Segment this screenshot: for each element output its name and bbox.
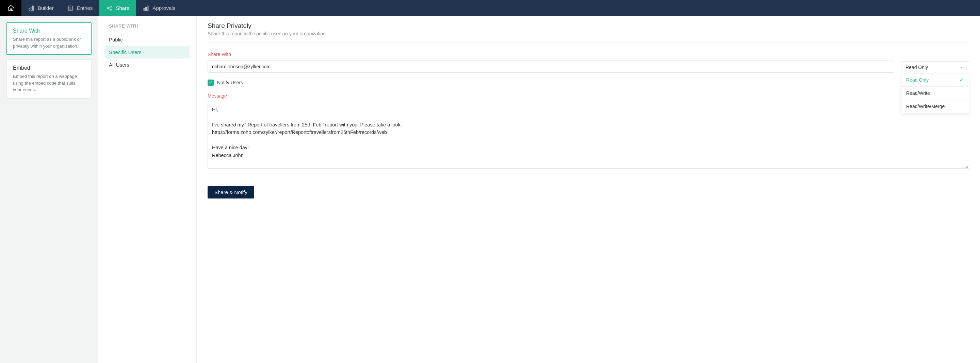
nav-tabs: Builder Entries Share Approvals [21, 0, 182, 16]
home-button[interactable] [0, 0, 21, 16]
share-with-input[interactable] [208, 60, 894, 73]
permission-select[interactable]: Read Only [901, 61, 969, 73]
home-icon [7, 5, 14, 12]
page-title: Share Privately [208, 22, 969, 30]
main-content: Share Privately Share this report with s… [197, 16, 980, 363]
entries-icon [67, 5, 73, 11]
tab-approvals[interactable]: Approvals [136, 0, 182, 16]
divider [208, 181, 969, 181]
permission-dropdown: Read Only Read/Write Read/Write/Merge [901, 73, 969, 113]
share-with-menu: SHARE WITH Public Specific Users All Use… [98, 16, 197, 363]
share-notify-button[interactable]: Share & Notify [208, 186, 254, 198]
approvals-icon [143, 5, 149, 11]
notify-users-checkbox[interactable] [208, 79, 214, 86]
card-embed-title: Embed [13, 65, 85, 71]
menu-all-users[interactable]: All Users [105, 59, 189, 71]
permission-selected-label: Read Only [905, 65, 928, 70]
message-textarea[interactable] [208, 102, 969, 169]
card-embed[interactable]: Embed Embed this report on a webpage usi… [6, 59, 92, 98]
option-read-write-label: Read/Write [906, 90, 930, 96]
tab-builder[interactable]: Builder [21, 0, 60, 16]
tab-builder-label: Builder [38, 5, 54, 11]
svg-rect-8 [146, 7, 147, 11]
page-subtitle: Share this report with specific users in… [208, 31, 969, 36]
option-read-write[interactable]: Read/Write [901, 87, 969, 100]
tab-entries[interactable]: Entries [60, 0, 100, 16]
svg-point-5 [110, 6, 111, 7]
share-icon [106, 5, 112, 11]
svg-point-4 [107, 8, 108, 9]
option-read-write-merge[interactable]: Read/Write/Merge [901, 100, 969, 113]
card-share-with-title: Share With [13, 28, 85, 34]
check-icon [959, 77, 964, 82]
option-read-only[interactable]: Read Only [901, 73, 969, 87]
tab-entries-label: Entries [77, 5, 93, 11]
notify-users-label: Notify Users [217, 80, 243, 85]
card-share-with-desc: Share this report as a public link or pr… [13, 36, 85, 49]
chevron-up-icon [960, 65, 965, 70]
svg-rect-0 [29, 8, 30, 10]
message-label: Message [208, 93, 969, 98]
card-share-with[interactable]: Share With Share this report as a public… [6, 22, 92, 55]
share-with-label: Share With [208, 52, 894, 57]
left-panel: Share With Share this report as a public… [0, 16, 98, 363]
share-with-heading: SHARE WITH [98, 24, 196, 33]
builder-icon [28, 5, 34, 11]
tab-approvals-label: Approvals [153, 5, 175, 11]
option-read-write-merge-label: Read/Write/Merge [906, 104, 945, 109]
divider [208, 43, 969, 43]
card-embed-desc: Embed this report on a webpage using the… [13, 73, 85, 93]
menu-specific-users[interactable]: Specific Users [105, 46, 189, 59]
svg-rect-2 [33, 6, 34, 11]
checkmark-icon [208, 81, 213, 85]
svg-rect-1 [31, 7, 32, 11]
menu-public[interactable]: Public [105, 33, 189, 46]
option-read-only-label: Read Only [906, 77, 929, 82]
svg-rect-9 [147, 6, 148, 11]
tab-share[interactable]: Share [99, 0, 136, 16]
svg-point-6 [110, 9, 111, 10]
svg-rect-7 [144, 8, 145, 10]
topbar: Builder Entries Share Approvals [0, 0, 980, 16]
tab-share-label: Share [116, 5, 129, 11]
